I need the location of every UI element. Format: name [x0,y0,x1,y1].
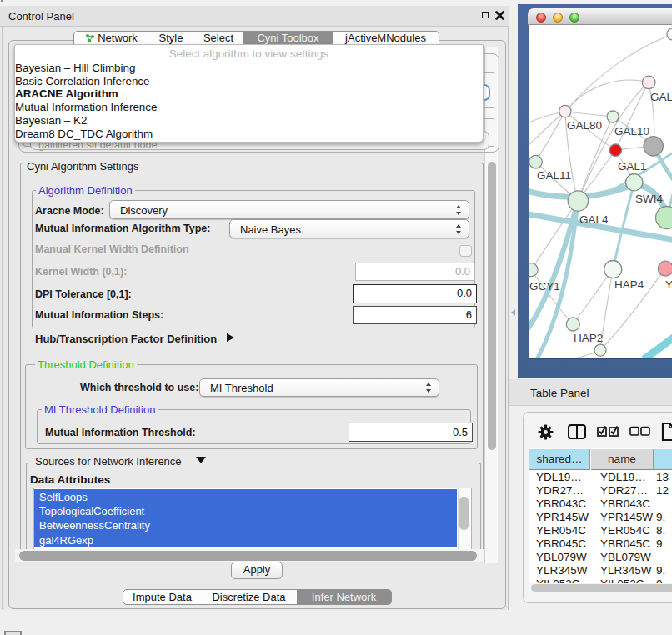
svg-text:SWI4: SWI4 [635,192,663,205]
svg-text:GAL11: GAL11 [537,169,571,182]
svg-text:GAL1: GAL1 [618,160,647,172]
svg-text:HAP2: HAP2 [574,332,603,344]
svg-text:GAL: GAL [650,91,672,103]
svg-text:GCY1: GCY1 [529,280,560,292]
svg-text:HAP4: HAP4 [614,278,644,291]
svg-text:GAL10: GAL10 [614,125,649,138]
svg-text:GAL80: GAL80 [567,119,602,132]
svg-text:GAL4: GAL4 [579,213,609,226]
svg-text:Y: Y [665,278,672,291]
